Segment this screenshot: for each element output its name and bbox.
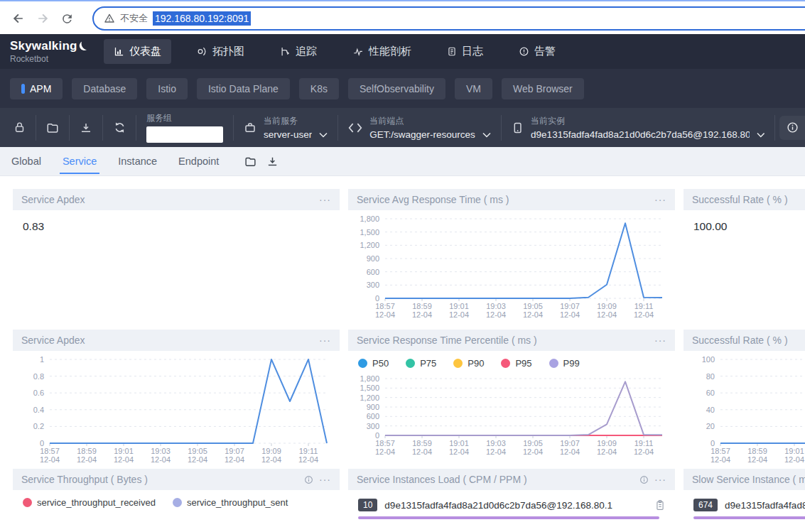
successful-rate-chart[interactable]: 02040608010018:5712-0418:5912-0419:0112-… xyxy=(688,354,805,465)
slow-value-badge: 674 xyxy=(693,499,718,511)
current-instance-selector[interactable]: 当前实例 d9e1315fadfa4fad8a21d0d6c2b7da56@19… xyxy=(512,115,765,140)
legend-label: P99 xyxy=(563,358,580,369)
card-title: Service Throughput ( Bytes ) xyxy=(21,474,148,485)
legend-item-sent[interactable]: service_throughput_sent xyxy=(173,497,288,508)
skywalking-logo[interactable]: Skywalking Rocketbot xyxy=(10,39,95,64)
browser-chrome: 不安全 192.168.80.192:8091 xyxy=(0,0,805,34)
service-apdex-chart[interactable]: 00.20.40.60.8118:5712-0418:5912-0419:011… xyxy=(17,354,335,465)
nav-item-trace[interactable]: 追踪 xyxy=(270,39,327,64)
more-menu-icon[interactable]: ··· xyxy=(654,476,666,483)
subnav-database[interactable]: Database xyxy=(72,78,137,99)
subnav-vm[interactable]: VM xyxy=(455,78,492,99)
browser-back-button[interactable] xyxy=(9,9,28,28)
address-bar[interactable]: 不安全 192.168.80.192:8091 xyxy=(92,6,805,31)
refresh-button[interactable] xyxy=(107,116,131,140)
svg-text:12-04: 12-04 xyxy=(523,310,543,319)
more-menu-icon[interactable]: ··· xyxy=(319,337,331,344)
svg-text:900: 900 xyxy=(367,254,379,263)
svg-text:1,800: 1,800 xyxy=(360,215,379,223)
legend-label: service_throughput_sent xyxy=(187,497,288,508)
svg-text:19:05: 19:05 xyxy=(523,439,543,447)
export-template-button[interactable] xyxy=(74,116,98,140)
info-circle-icon[interactable] xyxy=(304,475,313,484)
card-title: Service Response Time Percentile ( ms ) xyxy=(357,335,537,346)
subnav-istio-data-plane[interactable]: Istio Data Plane xyxy=(197,78,290,99)
clipboard-icon xyxy=(655,499,665,511)
svg-text:1,500: 1,500 xyxy=(360,384,379,392)
slow-instance-row[interactable]: 674 d9e1315fadfa4fad8a21d0d6c2b7da56@192… xyxy=(684,490,805,511)
chevron-down-icon xyxy=(482,132,491,138)
service-group-input[interactable] xyxy=(146,126,223,143)
logo-crescent-icon xyxy=(78,41,87,51)
nav-item-performance-profile[interactable]: 性能剖析 xyxy=(342,39,421,64)
more-menu-icon[interactable]: ··· xyxy=(319,196,331,203)
subnav-istio[interactable]: Istio xyxy=(146,78,188,99)
import-dashboard-button[interactable] xyxy=(244,156,256,168)
subnav-selfobservability-label: SelfObservability xyxy=(360,83,434,94)
subnav-web-browser[interactable]: Web Browser xyxy=(502,78,584,99)
legend-item-p50[interactable]: P50 xyxy=(358,358,389,369)
browser-reload-button[interactable] xyxy=(57,9,77,28)
legend-item-p90[interactable]: P90 xyxy=(453,358,484,369)
legend-item-p75[interactable]: P75 xyxy=(406,358,436,369)
info-circle-icon[interactable] xyxy=(639,475,649,484)
more-menu-icon[interactable]: ··· xyxy=(654,196,666,203)
svg-text:19:11: 19:11 xyxy=(299,447,318,455)
svg-text:12-04: 12-04 xyxy=(225,455,244,464)
legend-item-p95[interactable]: P95 xyxy=(501,358,531,369)
selector-toolbar: 服务组 当前服务 server-user 当前端点 GET:/swagger-r… xyxy=(0,108,805,147)
tab-service[interactable]: Service xyxy=(61,148,98,174)
card-service-throughput: Service Throughput ( Bytes ) ··· service… xyxy=(13,469,340,519)
svg-text:12-04: 12-04 xyxy=(784,455,804,464)
tab-instance[interactable]: Instance xyxy=(117,148,158,174)
svg-text:12-04: 12-04 xyxy=(747,455,767,464)
nav-item-dashboard[interactable]: 仪表盘 xyxy=(104,39,171,64)
download-icon xyxy=(266,156,279,168)
export-dashboard-button[interactable] xyxy=(266,156,279,168)
subnav-apm[interactable]: APM xyxy=(10,78,63,99)
card-title: Service Instances Load ( CPM / PPM ) xyxy=(357,474,527,485)
svg-text:12-04: 12-04 xyxy=(711,455,730,464)
topology-icon xyxy=(197,46,207,57)
nav-item-alarm[interactable]: 告警 xyxy=(509,39,566,64)
lock-templates-button[interactable] xyxy=(7,116,31,140)
separator xyxy=(36,115,36,141)
legend-item-received[interactable]: service_throughput_received xyxy=(23,497,156,508)
more-menu-icon[interactable]: ··· xyxy=(319,476,331,483)
browser-forward-button[interactable] xyxy=(33,9,53,28)
svg-text:12-04: 12-04 xyxy=(114,455,134,464)
current-endpoint-selector[interactable]: 当前端点 GET:/swagger-resources xyxy=(348,115,491,140)
subnav-selfobservability[interactable]: SelfObservability xyxy=(348,78,445,99)
percentile-chart[interactable]: 03006009001,2001,5001,80018:5712-0418:59… xyxy=(352,373,671,457)
tab-endpoint[interactable]: Endpoint xyxy=(177,148,220,174)
legend-item-p99[interactable]: P99 xyxy=(549,358,580,369)
legend-dot xyxy=(501,359,510,368)
svg-text:18:59: 18:59 xyxy=(77,447,97,455)
not-secure-label[interactable]: 不安全 xyxy=(120,12,148,25)
card-response-time-percentile: Service Response Time Percentile ( ms ) … xyxy=(348,330,675,465)
tab-global[interactable]: Global xyxy=(10,148,43,174)
copy-instance-button[interactable] xyxy=(655,499,665,511)
svg-text:19:07: 19:07 xyxy=(225,447,244,455)
url-text[interactable]: 192.168.80.192:8091 xyxy=(153,11,251,26)
instance-load-row[interactable]: 10 d9e1315fadfa4fad8a21d0d6c2b7da56@192.… xyxy=(348,490,675,511)
more-menu-icon[interactable]: ··· xyxy=(654,337,666,344)
nav-item-topology[interactable]: 拓扑图 xyxy=(187,39,254,64)
svg-text:19:01: 19:01 xyxy=(449,439,469,447)
refresh-icon xyxy=(113,121,126,134)
svg-text:0.2: 0.2 xyxy=(33,422,44,430)
nav-item-log[interactable]: 日志 xyxy=(437,39,493,64)
current-service-selector[interactable]: 当前服务 server-user xyxy=(244,115,328,140)
svg-text:12-04: 12-04 xyxy=(261,455,281,464)
avg-response-time-chart[interactable]: 03006009001,2001,5001,80018:5712-0418:59… xyxy=(352,213,671,320)
current-service-label: 当前服务 xyxy=(264,115,328,127)
svg-text:19:11: 19:11 xyxy=(634,302,654,310)
separator xyxy=(233,115,234,141)
toolbar-info-button[interactable] xyxy=(779,116,805,140)
subnav-k8s[interactable]: K8s xyxy=(299,78,339,99)
percentile-legend: P50 P75 P90 P95 P99 xyxy=(348,351,675,370)
separator xyxy=(774,115,775,141)
apdex-value: 0.83 xyxy=(13,210,340,243)
import-template-button[interactable] xyxy=(40,116,65,140)
svg-text:12-04: 12-04 xyxy=(188,455,207,464)
